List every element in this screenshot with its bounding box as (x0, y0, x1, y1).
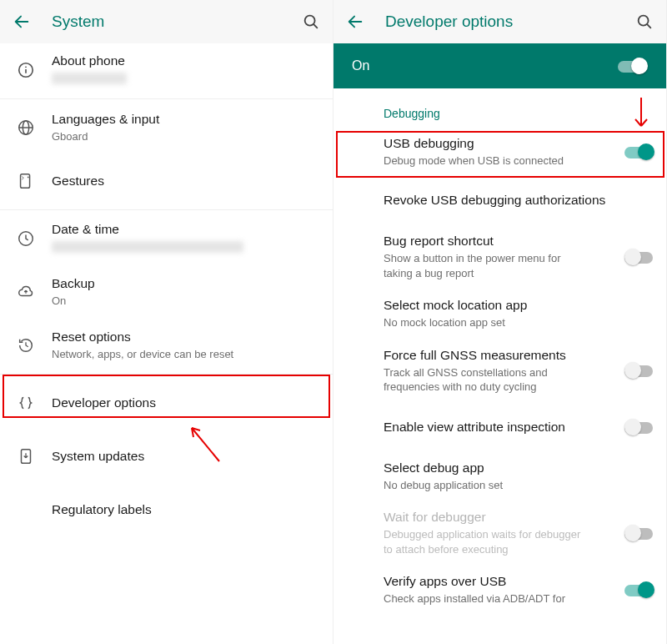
back-button[interactable] (339, 5, 372, 38)
sub-verify-apps: Check apps installed via ADB/ADT for (384, 591, 592, 606)
label-view-attr: Enable view attribute inspection (384, 419, 624, 436)
toggle-view-attr[interactable] (624, 419, 654, 435)
label-select-debug-app: Select debug app (384, 460, 654, 477)
item-bug-report-shortcut[interactable]: Bug report shortcut Show a button in the… (334, 224, 666, 289)
item-verify-apps-usb[interactable]: Verify apps over USB Check apps installe… (334, 565, 666, 614)
section-debugging: Debugging (334, 88, 666, 127)
item-usb-debugging[interactable]: USB debugging Debug mode when USB is con… (334, 127, 666, 176)
label-backup: Backup (52, 275, 321, 293)
search-icon (302, 13, 320, 31)
sub-languages-input: Gboard (52, 129, 321, 144)
item-developer-options[interactable]: Developer options (0, 376, 333, 430)
header-developer: Developer options (334, 0, 666, 43)
svg-rect-7 (21, 174, 30, 189)
item-about-phone[interactable]: About phone (0, 43, 333, 97)
item-regulatory[interactable]: Regulatory labels (0, 483, 333, 536)
sub-force-gnss: Track all GNSS constellations and freque… (384, 365, 592, 395)
cloud-icon (17, 283, 35, 301)
label-gestures: Gestures (52, 173, 321, 190)
back-button[interactable] (5, 5, 38, 38)
search-icon (635, 13, 654, 31)
braces-icon (17, 394, 35, 412)
arrow-back-icon (13, 13, 31, 31)
history-icon (17, 336, 35, 355)
label-force-gnss: Force full GNSS measurements (384, 347, 624, 365)
item-date-time[interactable]: Date & time (0, 212, 333, 265)
master-toggle-label: On (352, 58, 618, 73)
redacted-text (52, 73, 127, 84)
master-toggle-row[interactable]: On (334, 43, 666, 88)
toggle-verify-apps[interactable] (624, 581, 654, 598)
label-verify-apps: Verify apps over USB (384, 573, 624, 591)
sub-usb-debugging: Debug mode when USB is connected (384, 153, 592, 169)
divider (0, 374, 333, 375)
label-wait-debugger: Wait for debugger (384, 509, 624, 526)
toggle-force-gnss[interactable] (624, 362, 654, 379)
item-force-gnss[interactable]: Force full GNSS measurements Track all G… (334, 339, 666, 403)
sub-select-debug-app: No debug application set (384, 478, 592, 493)
arrow-back-icon (346, 13, 364, 31)
sub-mock-location: No mock location app set (384, 315, 592, 330)
item-revoke-usb[interactable]: Revoke USB debugging authorizations (334, 176, 666, 224)
search-button[interactable] (628, 5, 661, 38)
device-download-icon (17, 447, 35, 465)
label-system-updates: System updates (52, 448, 321, 465)
page-title: System (38, 13, 294, 31)
item-view-attr[interactable]: Enable view attribute inspection (334, 403, 666, 451)
toggle-usb-debugging[interactable] (624, 143, 654, 160)
label-date-time: Date & time (52, 221, 321, 239)
sub-bug-report: Show a button in the power menu for taki… (384, 251, 592, 280)
gesture-icon (17, 172, 35, 190)
label-developer-options: Developer options (52, 395, 321, 412)
toggle-wait-debugger (624, 525, 654, 541)
item-mock-location[interactable]: Select mock location app No mock locatio… (334, 289, 666, 338)
item-select-debug-app[interactable]: Select debug app No debug application se… (334, 451, 666, 501)
label-regulatory: Regulatory labels (52, 501, 321, 519)
label-mock-location: Select mock location app (384, 297, 654, 314)
svg-point-8 (28, 177, 29, 179)
search-button[interactable] (294, 5, 328, 38)
divider (0, 209, 333, 210)
page-title: Developer options (372, 13, 628, 31)
master-toggle[interactable] (618, 58, 648, 74)
label-usb-debugging: USB debugging (384, 135, 624, 153)
system-settings-pane: System About phone Languages & input Gbo… (0, 0, 334, 644)
label-languages-input: Languages & input (52, 111, 321, 128)
globe-icon (17, 118, 35, 137)
sub-wait-debugger: Debugged application waits for debugger … (384, 527, 592, 556)
redacted-text (52, 241, 243, 253)
label-about-phone: About phone (52, 53, 321, 70)
label-bug-report: Bug report shortcut (384, 233, 624, 250)
label-revoke-usb: Revoke USB debugging authorizations (384, 192, 654, 209)
info-icon (17, 61, 35, 79)
sub-reset: Network, apps, or device can be reset (52, 347, 321, 362)
item-languages-input[interactable]: Languages & input Gboard (0, 101, 333, 154)
header-system: System (0, 0, 333, 43)
sub-backup: On (52, 294, 321, 309)
item-gestures[interactable]: Gestures (0, 154, 333, 208)
item-backup[interactable]: Backup On (0, 265, 333, 319)
divider (0, 98, 333, 99)
toggle-bug-report[interactable] (624, 249, 654, 265)
item-system-updates[interactable]: System updates (0, 430, 333, 483)
label-reset: Reset options (52, 329, 321, 346)
clock-icon (17, 229, 35, 248)
svg-point-3 (25, 66, 27, 68)
item-reset[interactable]: Reset options Network, apps, or device c… (0, 319, 333, 372)
item-wait-debugger: Wait for debugger Debugged application w… (334, 501, 666, 565)
developer-options-pane: Developer options On Debugging USB debug… (334, 0, 667, 644)
